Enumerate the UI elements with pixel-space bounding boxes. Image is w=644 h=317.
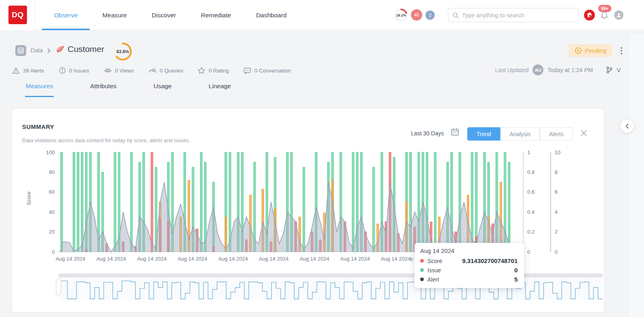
navigator-left-handle[interactable]: [56, 279, 61, 296]
version-label[interactable]: V: [617, 66, 621, 73]
score-series-dot: [420, 259, 424, 263]
mini-gauge-value: 19.1%: [394, 8, 408, 22]
bell-icon: [600, 11, 609, 20]
data-grid-icon[interactable]: [15, 45, 26, 56]
svg-text:80: 80: [49, 169, 55, 175]
primary-nav: ObserveMeasureDiscoverRemediateDashboard: [47, 0, 293, 30]
nav-item-discover[interactable]: Discover: [145, 0, 182, 30]
svg-text:2: 2: [555, 229, 557, 235]
person-icon: [616, 12, 621, 18]
tab-attributes[interactable]: Attributes: [90, 83, 116, 97]
top-navigation-bar: DQ ObserveMeasureDiscoverRemediateDashbo…: [0, 0, 644, 30]
date-range-label[interactable]: Last 30 Days: [411, 130, 444, 137]
nav-item-remediate[interactable]: Remediate: [194, 0, 237, 30]
entity-tabs: MeasuresAttributesUsageLineage: [26, 83, 231, 97]
summary-title: SUMMARY: [22, 123, 54, 130]
svg-text:100: 100: [46, 149, 55, 155]
svg-text:0: 0: [527, 249, 530, 255]
pending-clock-icon: [575, 47, 582, 54]
tooltip-series-value: 9.314302700748701: [462, 257, 518, 264]
svg-text:40: 40: [49, 209, 55, 215]
entity-score-value: 63.6%: [113, 42, 132, 61]
alert-triangle-icon: [12, 67, 20, 74]
nav-item-dashboard[interactable]: Dashboard: [250, 0, 293, 30]
stat-label: 0 Issues: [69, 68, 89, 74]
notifications-button[interactable]: [600, 11, 609, 22]
svg-text:0: 0: [52, 249, 55, 255]
svg-text:Aug 14 2024: Aug 14 2024: [340, 256, 370, 262]
chevron-left-icon: [625, 123, 630, 129]
view-button-alerts[interactable]: Alerts: [540, 127, 573, 141]
svg-text:Aug 14 2024: Aug 14 2024: [178, 256, 207, 262]
svg-text:0: 0: [555, 249, 557, 255]
nav-item-measure[interactable]: Measure: [96, 0, 133, 30]
notification-count-badge[interactable]: 99+: [598, 5, 611, 12]
tooltip-series-label: Alert: [427, 276, 439, 283]
stat-label: 39 Alerts: [23, 68, 44, 74]
view-button-analysis[interactable]: Analysis: [500, 127, 540, 141]
summary-subtitle: Data violations across data content for …: [22, 137, 190, 143]
query-chart-icon: [149, 67, 157, 74]
nav-item-observe[interactable]: Observe: [47, 0, 84, 30]
svg-text:Aug 14 2024: Aug 14 2024: [381, 256, 411, 262]
stat-0-views[interactable]: 0 Views: [104, 67, 134, 74]
calendar-icon: [451, 128, 459, 136]
right-panel-rail: [627, 34, 644, 317]
chat-person-icon: [586, 12, 592, 18]
svg-text:10: 10: [555, 149, 560, 155]
issue-series-dot: [420, 268, 424, 272]
info-count-badge[interactable]: 2: [425, 10, 435, 20]
tooltip-series-value: 0: [514, 267, 518, 273]
version-branch-icon[interactable]: [606, 66, 613, 74]
issue-circle-icon: [59, 67, 66, 74]
dq-logo[interactable]: DQ: [8, 6, 27, 24]
svg-text:6: 6: [555, 189, 557, 195]
svg-text:0.4: 0.4: [527, 209, 535, 215]
more-actions-button[interactable]: [618, 45, 625, 56]
stat-0-issues[interactable]: 0 Issues: [59, 67, 89, 74]
svg-text:Aug 14 2024: Aug 14 2024: [96, 256, 126, 262]
close-summary-button[interactable]: [580, 130, 587, 138]
search-icon: [452, 12, 459, 19]
eye-icon: [104, 67, 112, 74]
tooltip-series-value: 5: [514, 276, 518, 283]
last-updated-label: Last Updated: [495, 67, 528, 73]
status-badge[interactable]: Pending: [569, 44, 612, 57]
alert-series-dot: [420, 278, 424, 281]
user-avatar[interactable]: [614, 10, 623, 20]
tab-measures[interactable]: Measures: [26, 83, 53, 97]
chart-view-switcher: TrendAnalysisAlerts: [467, 127, 573, 141]
tab-usage[interactable]: Usage: [154, 83, 172, 97]
svg-text:Aug 14 2024: Aug 14 2024: [56, 256, 85, 262]
app-window: DQ ObserveMeasureDiscoverRemediateDashbo…: [0, 0, 644, 317]
svg-text:60: 60: [49, 189, 55, 195]
stat-0-queries[interactable]: 0 Queries: [149, 67, 184, 74]
page-title: Customer: [68, 44, 104, 54]
stat-0-rating[interactable]: 0 Rating: [198, 67, 229, 74]
stat-0-conversation[interactable]: 0 Conversation: [244, 67, 291, 74]
svg-text:0.6: 0.6: [527, 189, 535, 195]
alert-count-badge[interactable]: 45: [411, 9, 422, 21]
stat-39-alerts[interactable]: 39 Alerts: [12, 67, 44, 74]
support-chat-button[interactable]: [584, 10, 595, 21]
stat-label: 0 Views: [115, 68, 134, 74]
svg-text:0.2: 0.2: [527, 229, 535, 235]
chart-tooltip: Aug 14 2024 Score9.314302700748701Issue0…: [415, 243, 524, 288]
view-button-trend[interactable]: Trend: [467, 127, 500, 141]
entity-score-gauge: 63.6%: [113, 42, 132, 61]
breadcrumb: Data Customer 63.6% Pending: [0, 44, 644, 61]
quality-mini-gauge[interactable]: 19.1%: [394, 8, 408, 22]
tab-lineage[interactable]: Lineage: [208, 83, 231, 97]
svg-text:8: 8: [555, 169, 557, 175]
breadcrumb-root[interactable]: Data: [31, 47, 43, 54]
search-input[interactable]: [462, 12, 574, 19]
tooltip-rows: Score9.314302700748701Issue0Alert5: [420, 257, 518, 283]
updater-avatar[interactable]: AU: [533, 64, 543, 75]
expand-panel-button[interactable]: [620, 119, 634, 133]
tooltip-row-alert: Alert5: [420, 276, 518, 283]
date-picker-button[interactable]: [451, 128, 459, 138]
last-updated-meta: Last Updated AU Today at 1:24 PM V: [495, 64, 621, 75]
svg-text:1: 1: [527, 149, 530, 155]
updated-at: Today at 1:24 PM: [547, 67, 593, 73]
sql-server-icon: [56, 45, 65, 54]
